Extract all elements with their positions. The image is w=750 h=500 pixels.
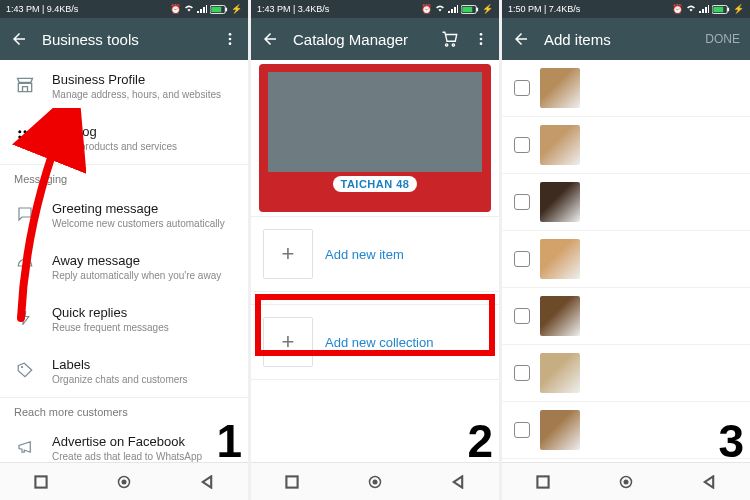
back-nav-icon[interactable] <box>451 475 465 489</box>
recent-apps-icon[interactable] <box>285 475 299 489</box>
svg-point-6 <box>18 130 21 133</box>
list-item[interactable] <box>502 60 750 117</box>
step-number: 2 <box>467 418 493 464</box>
tag-icon <box>14 359 36 381</box>
svg-point-9 <box>18 136 21 139</box>
svg-rect-16 <box>36 476 47 487</box>
screen-catalog-manager: 1:43 PM | 3.4KB/s ⏰ ⚡ Catalog Manager TA… <box>251 0 499 500</box>
back-icon[interactable] <box>10 30 28 48</box>
chat-icon <box>14 203 36 225</box>
catalog-badge: TAICHAN 48 <box>333 176 418 192</box>
checkbox[interactable] <box>514 194 530 210</box>
battery-icon <box>712 5 730 14</box>
item-title: Quick replies <box>52 305 234 320</box>
item-subtitle: Create ads that lead to WhatsApp <box>52 451 234 462</box>
status-right: ⏰ ⚡ <box>170 4 242 14</box>
add-item-label: Add new item <box>325 247 404 262</box>
status-right: ⏰ ⚡ <box>421 4 493 14</box>
item-thumbnail <box>540 182 580 222</box>
item-business-profile[interactable]: Business Profile Manage address, hours, … <box>0 60 248 112</box>
done-button[interactable]: DONE <box>705 32 740 46</box>
svg-point-10 <box>24 136 27 139</box>
svg-rect-30 <box>713 6 723 11</box>
plus-icon: + <box>263 317 313 367</box>
back-icon[interactable] <box>261 30 279 48</box>
list-item[interactable] <box>502 402 750 459</box>
status-bar: 1:43 PM | 3.4KB/s ⏰ ⚡ <box>251 0 499 18</box>
svg-rect-20 <box>476 7 478 11</box>
svg-point-5 <box>229 42 232 45</box>
recent-apps-icon[interactable] <box>536 475 550 489</box>
checkbox[interactable] <box>514 422 530 438</box>
add-new-item[interactable]: + Add new item <box>251 216 499 292</box>
svg-point-7 <box>24 130 27 133</box>
item-advertise-fb[interactable]: Advertise on Facebook Create ads that le… <box>0 422 248 462</box>
alarm-icon: ⏰ <box>170 4 181 14</box>
list-item[interactable] <box>502 117 750 174</box>
checkbox[interactable] <box>514 365 530 381</box>
item-title: Labels <box>52 357 234 372</box>
item-thumbnail <box>540 125 580 165</box>
list-item[interactable] <box>502 174 750 231</box>
status-right: ⏰ ⚡ <box>672 4 744 14</box>
system-nav <box>251 462 499 500</box>
item-title: Advertise on Facebook <box>52 434 234 449</box>
step-number: 3 <box>718 418 744 464</box>
back-icon[interactable] <box>512 30 530 48</box>
wifi-icon <box>435 5 445 13</box>
item-greeting[interactable]: Greeting message Welcome new customers a… <box>0 189 248 241</box>
page-title: Add items <box>544 31 691 48</box>
more-icon[interactable] <box>473 31 489 47</box>
section-messaging: Messaging <box>0 164 248 189</box>
item-subtitle: Reply automatically when you're away <box>52 270 234 281</box>
cart-icon[interactable] <box>441 30 459 48</box>
status-bar: 1:50 PM | 7.4KB/s ⏰ ⚡ <box>502 0 750 18</box>
list-item[interactable] <box>502 345 750 402</box>
list-item[interactable] <box>502 231 750 288</box>
recent-apps-icon[interactable] <box>34 475 48 489</box>
store-icon <box>14 74 36 96</box>
item-subtitle: Show products and services <box>52 141 234 152</box>
page-title: Business tools <box>42 31 208 48</box>
add-collection-label: Add new collection <box>325 335 433 350</box>
svg-rect-21 <box>462 6 472 11</box>
item-quick-replies[interactable]: Quick replies Reuse frequent messages <box>0 293 248 345</box>
checkbox[interactable] <box>514 80 530 96</box>
status-left: 1:50 PM | 7.4KB/s <box>508 4 580 14</box>
charging-icon: ⚡ <box>482 4 493 14</box>
item-labels[interactable]: Labels Organize chats and customers <box>0 345 248 397</box>
home-icon[interactable] <box>368 475 382 489</box>
svg-point-4 <box>229 38 232 41</box>
item-thumbnail <box>540 239 580 279</box>
home-icon[interactable] <box>117 475 131 489</box>
item-title: Away message <box>52 253 234 268</box>
alarm-icon: ⏰ <box>421 4 432 14</box>
svg-rect-1 <box>225 7 227 11</box>
back-nav-icon[interactable] <box>702 475 716 489</box>
catalog-image-placeholder <box>268 72 481 172</box>
more-icon[interactable] <box>222 31 238 47</box>
list-item[interactable] <box>502 288 750 345</box>
item-thumbnail <box>540 353 580 393</box>
item-title: Business Profile <box>52 72 234 87</box>
svg-point-8 <box>29 130 32 133</box>
item-away[interactable]: Away message Reply automatically when yo… <box>0 241 248 293</box>
battery-icon <box>461 5 479 14</box>
catalog-card[interactable]: TAICHAN 48 <box>259 64 491 212</box>
content: Business Profile Manage address, hours, … <box>0 60 248 462</box>
checkbox[interactable] <box>514 308 530 324</box>
home-icon[interactable] <box>619 475 633 489</box>
content: TAICHAN 48 + Add new item + Add new coll… <box>251 60 499 462</box>
svg-point-13 <box>24 141 27 144</box>
svg-point-14 <box>29 141 32 144</box>
checkbox[interactable] <box>514 251 530 267</box>
add-new-collection[interactable]: + Add new collection <box>251 304 499 380</box>
item-thumbnail <box>540 410 580 450</box>
status-left: 1:43 PM | 9.4KB/s <box>6 4 78 14</box>
item-thumbnail <box>540 68 580 108</box>
back-nav-icon[interactable] <box>200 475 214 489</box>
screen-business-tools: 1:43 PM | 9.4KB/s ⏰ ⚡ Business tools <box>0 0 248 500</box>
item-title: Greeting message <box>52 201 234 216</box>
item-catalog[interactable]: Catalog Show products and services <box>0 112 248 164</box>
checkbox[interactable] <box>514 137 530 153</box>
